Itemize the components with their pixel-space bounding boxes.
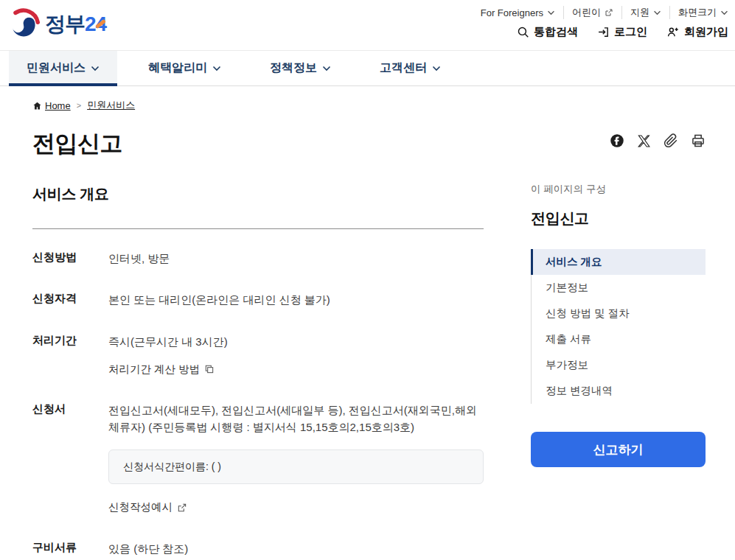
form-value: 전입신고서(세대모두), 전입신고서(세대일부 등), 전입신고서(재외국민,해…	[108, 402, 484, 436]
util-screen-size[interactable]: 화면크기	[669, 6, 728, 19]
content: 서비스 개요 신청방법 인터넷, 방문 신청자격 본인 또는 대리인(온라인은 …	[32, 181, 706, 560]
info-value: 인터넷, 방문	[108, 250, 484, 267]
info-label: 구비서류	[32, 540, 108, 557]
toc-item-how-to-apply[interactable]: 신청 방법 및 절차	[532, 301, 706, 326]
toc-item-required-documents[interactable]: 제출 서류	[532, 326, 706, 352]
signup-icon	[666, 26, 680, 38]
chevron-down-icon	[653, 10, 661, 15]
info-value: 즉시(근무시간 내 3시간) 처리기간 계산 방법	[108, 333, 484, 378]
section-divider	[32, 228, 484, 229]
util-for-foreigners[interactable]: For Foreigners	[473, 7, 563, 18]
info-row-method: 신청방법 인터넷, 방문	[32, 250, 484, 267]
home-icon	[32, 101, 42, 111]
info-value: 있음 (하단 참조)	[108, 540, 484, 557]
info-label: 신청서	[32, 402, 108, 516]
copy-link-icon[interactable]	[663, 133, 678, 148]
utility-bar: For Foreigners 어린이 지원 화면크기	[473, 6, 728, 19]
header-actions: 통합검색 로그인 회원가입	[517, 25, 728, 39]
info-row-period: 처리기간 즉시(근무시간 내 3시간) 처리기간 계산 방법	[32, 333, 484, 378]
info-label: 신청방법	[32, 250, 108, 267]
chevron-down-icon	[212, 66, 221, 71]
toc-title: 전입신고	[531, 209, 706, 228]
login-icon	[597, 26, 610, 38]
toc-label: 이 페이지의 구성	[531, 183, 706, 196]
gov24-logo[interactable]: 정부24	[7, 8, 106, 41]
popup-window-icon	[204, 364, 215, 374]
chevron-down-icon	[91, 66, 100, 71]
logo-text: 정부24	[45, 10, 106, 38]
search-icon	[517, 26, 529, 38]
toc-item-service-overview[interactable]: 서비스 개요	[532, 249, 706, 275]
unified-search-button[interactable]: 통합검색	[517, 25, 578, 39]
util-support[interactable]: 지원	[621, 6, 669, 19]
info-row-eligibility: 신청자격 본인 또는 대리인(온라인은 대리인 신청 불가)	[32, 291, 484, 308]
service-overview-section: 서비스 개요 신청방법 인터넷, 방문 신청자격 본인 또는 대리인(온라인은 …	[32, 181, 484, 560]
gov24-emblem-icon	[7, 8, 40, 41]
external-link-icon	[177, 503, 187, 513]
breadcrumb-separator: >	[77, 101, 81, 110]
period-value: 즉시(근무시간 내 3시간)	[108, 333, 484, 350]
main-nav: 민원서비스 혜택알리미 정책정보 고객센터	[0, 50, 735, 86]
title-row: 전입신고	[32, 128, 706, 159]
form-shortname-box: 신청서식간편이름: ( )	[108, 449, 484, 485]
info-label: 처리기간	[32, 333, 108, 378]
header: 정부24 For Foreigners 어린이 지원 화면크기	[0, 0, 735, 50]
util-children[interactable]: 어린이	[563, 6, 621, 19]
toc-list: 서비스 개요 기본정보 신청 방법 및 절차 제출 서류 부가정보 정보 변경내…	[531, 249, 706, 404]
nav-tab-benefit[interactable]: 혜택알리미	[130, 51, 239, 85]
chevron-down-icon	[547, 10, 555, 15]
x-share-icon[interactable]	[637, 134, 651, 148]
external-link-icon	[605, 8, 613, 17]
section-heading: 서비스 개요	[32, 184, 484, 204]
toc-item-change-history[interactable]: 정보 변경내역	[532, 378, 706, 404]
report-submit-button[interactable]: 신고하기	[531, 432, 706, 467]
info-value: 전입신고서(세대모두), 전입신고서(세대일부 등), 전입신고서(재외국민,해…	[108, 402, 484, 516]
share-icons	[610, 133, 706, 148]
chevron-down-icon	[432, 66, 441, 71]
period-calc-link[interactable]: 처리기간 계산 방법	[108, 361, 215, 377]
facebook-share-icon[interactable]	[610, 133, 624, 148]
nav-tab-customer[interactable]: 고객센터	[362, 51, 459, 85]
nav-tab-minwon[interactable]: 민원서비스	[9, 51, 117, 85]
toc-item-additional-info[interactable]: 부가정보	[532, 352, 706, 378]
breadcrumb-current-link[interactable]: 민원서비스	[87, 99, 135, 112]
nav-tab-policy[interactable]: 정책정보	[252, 51, 349, 85]
page-title: 전입신고	[32, 128, 122, 159]
signup-button[interactable]: 회원가입	[666, 25, 728, 39]
breadcrumb: Home > 민원서비스	[32, 99, 735, 112]
form-example-link[interactable]: 신청작성예시	[108, 499, 187, 515]
info-value: 본인 또는 대리인(온라인은 대리인 신청 불가)	[108, 291, 484, 308]
info-row-documents: 구비서류 있음 (하단 참조)	[32, 540, 484, 557]
toc-item-basic-info[interactable]: 기본정보	[532, 275, 706, 301]
chevron-down-icon	[322, 66, 331, 71]
login-button[interactable]: 로그인	[597, 25, 647, 39]
info-row-form: 신청서 전입신고서(세대모두), 전입신고서(세대일부 등), 전입신고서(재외…	[32, 402, 484, 516]
page-toc-sidebar: 이 페이지의 구성 전입신고 서비스 개요 기본정보 신청 방법 및 절차 제출…	[531, 181, 706, 560]
info-label: 신청자격	[32, 291, 108, 308]
breadcrumb-home-link[interactable]: Home	[32, 100, 71, 111]
chevron-down-icon	[720, 10, 728, 15]
print-icon[interactable]	[691, 133, 706, 148]
